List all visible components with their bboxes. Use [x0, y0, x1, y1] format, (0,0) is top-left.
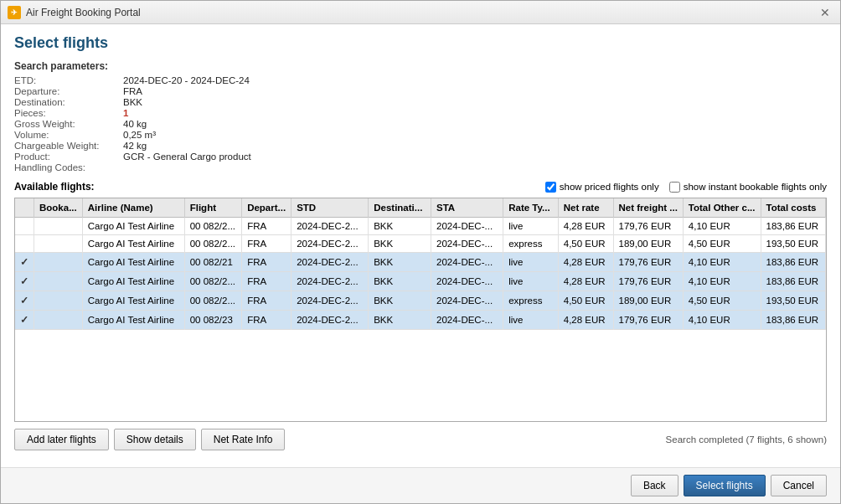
search-params-label: Search parameters:	[14, 60, 827, 72]
cell-netrate: 4,28 EUR	[558, 218, 613, 235]
cell-ratetype: express	[503, 235, 559, 253]
col-totalcost: Total costs	[761, 198, 826, 218]
table-row[interactable]: Cargo AI Test Airline00 082/2...FRA2024-…	[15, 218, 826, 235]
bottom-bar: Add later flights Show details Net Rate …	[14, 429, 827, 450]
cell-sta: 2024-DEC-...	[431, 235, 503, 253]
cell-sta: 2024-DEC-...	[431, 253, 503, 272]
cell-std: 2024-DEC-2...	[292, 235, 369, 253]
gross-weight-label: Gross Weight:	[14, 119, 123, 129]
cell-totalcost: 183,86 EUR	[761, 272, 826, 291]
status-text: Search completed (7 flights, 6 shown)	[666, 435, 827, 445]
cell-netfreight: 179,76 EUR	[613, 272, 683, 291]
instant-bookable-filter[interactable]: show instant bookable flights only	[669, 182, 827, 193]
cell-dest: BKK	[369, 291, 431, 311]
departure-label: Departure:	[14, 86, 123, 96]
cell-booking	[34, 235, 83, 253]
cell-netfreight: 179,76 EUR	[613, 218, 683, 235]
cell-dest: BKK	[369, 311, 431, 330]
cell-flight: 00 082/21	[184, 253, 241, 272]
product-value: GCR - General Cargo product	[123, 152, 827, 162]
col-dest: Destinati...	[369, 198, 431, 218]
titlebar: ✈ Air Freight Booking Portal ✕	[1, 1, 840, 24]
cell-booking	[34, 291, 83, 311]
destination-label: Destination:	[14, 97, 123, 107]
select-flights-button[interactable]: Select flights	[684, 475, 766, 496]
cell-flight: 00 082/2...	[184, 235, 241, 253]
priced-checkbox[interactable]	[545, 182, 556, 193]
cell-sta: 2024-DEC-...	[431, 291, 503, 311]
cell-std: 2024-DEC-2...	[292, 291, 369, 311]
pieces-label: Pieces:	[14, 108, 123, 118]
net-rate-info-button[interactable]: Net Rate Info	[201, 429, 286, 450]
cell-totalcost: 183,86 EUR	[761, 311, 826, 330]
cell-flight: 00 082/2...	[184, 218, 241, 235]
cell-depart: FRA	[242, 235, 292, 253]
cell-totalother: 4,10 EUR	[683, 218, 761, 235]
cell-ratetype: live	[503, 253, 559, 272]
available-flights-row: Available flights: show priced flights o…	[14, 181, 827, 193]
table-row[interactable]: ✓Cargo AI Test Airline00 082/2...FRA2024…	[15, 272, 826, 291]
main-window: ✈ Air Freight Booking Portal ✕ Select fl…	[0, 0, 841, 504]
cell-dest: BKK	[369, 218, 431, 235]
col-netrate: Net rate	[558, 198, 613, 218]
cancel-button[interactable]: Cancel	[771, 475, 827, 496]
cell-airline: Cargo AI Test Airline	[82, 311, 184, 330]
cell-totalcost: 193,50 EUR	[761, 291, 826, 311]
etd-label: ETD:	[14, 75, 123, 85]
cell-booking	[34, 311, 83, 330]
table-row[interactable]: ✓Cargo AI Test Airline00 082/23FRA2024-D…	[15, 311, 826, 330]
cell-netrate: 4,28 EUR	[558, 253, 613, 272]
gross-weight-value: 40 kg	[123, 119, 827, 129]
cell-netrate: 4,50 EUR	[558, 235, 613, 253]
cell-check: ✓	[15, 311, 34, 330]
cell-totalother: 4,50 EUR	[683, 291, 761, 311]
cell-dest: BKK	[369, 253, 431, 272]
destination-value: BKK	[123, 97, 827, 107]
cell-depart: FRA	[242, 272, 292, 291]
content-area: Select flights Search parameters: ETD: 2…	[1, 24, 840, 467]
priced-flights-filter[interactable]: show priced flights only	[545, 182, 659, 193]
col-check	[15, 198, 34, 218]
table-row[interactable]: Cargo AI Test Airline00 082/2...FRA2024-…	[15, 235, 826, 253]
cell-netfreight: 179,76 EUR	[613, 253, 683, 272]
cell-std: 2024-DEC-2...	[292, 253, 369, 272]
instant-checkbox[interactable]	[669, 182, 680, 193]
available-flights-label: Available flights:	[14, 181, 95, 193]
volume-value: 0,25 m³	[123, 130, 827, 140]
etd-value: 2024-DEC-20 - 2024-DEC-24	[123, 75, 827, 85]
volume-label: Volume:	[14, 130, 123, 140]
cell-flight: 00 082/2...	[184, 272, 241, 291]
cell-check	[15, 235, 34, 253]
cell-check	[15, 218, 34, 235]
table-row[interactable]: ✓Cargo AI Test Airline00 082/2...FRA2024…	[15, 291, 826, 311]
cell-sta: 2024-DEC-...	[431, 218, 503, 235]
col-ratetype: Rate Ty...	[503, 198, 559, 218]
cell-sta: 2024-DEC-...	[431, 272, 503, 291]
cell-totalcost: 193,50 EUR	[761, 235, 826, 253]
col-netfreight: Net freight ...	[613, 198, 683, 218]
cell-totalother: 4,10 EUR	[683, 253, 761, 272]
add-later-flights-button[interactable]: Add later flights	[14, 429, 109, 450]
handling-codes-label: Handling Codes:	[14, 162, 123, 172]
flights-table-container: Booka... Airline (Name) Flight Depart...…	[14, 198, 827, 422]
table-row[interactable]: ✓Cargo AI Test Airline00 082/21FRA2024-D…	[15, 253, 826, 272]
cell-netrate: 4,28 EUR	[558, 311, 613, 330]
cell-std: 2024-DEC-2...	[292, 272, 369, 291]
cell-flight: 00 082/2...	[184, 291, 241, 311]
cell-check: ✓	[15, 272, 34, 291]
cell-netrate: 4,28 EUR	[558, 272, 613, 291]
priced-label: show priced flights only	[560, 182, 659, 192]
cell-booking	[34, 272, 83, 291]
cell-depart: FRA	[242, 218, 292, 235]
cell-booking	[34, 218, 83, 235]
page-title: Select flights	[14, 34, 827, 52]
cell-totalother: 4,50 EUR	[683, 235, 761, 253]
show-details-button[interactable]: Show details	[114, 429, 196, 450]
cell-airline: Cargo AI Test Airline	[82, 253, 184, 272]
cell-sta: 2024-DEC-...	[431, 311, 503, 330]
back-button[interactable]: Back	[631, 475, 678, 496]
close-button[interactable]: ✕	[817, 4, 833, 21]
cell-totalcost: 183,86 EUR	[761, 218, 826, 235]
cell-booking	[34, 253, 83, 272]
footer-buttons: Back Select flights Cancel	[1, 467, 840, 503]
